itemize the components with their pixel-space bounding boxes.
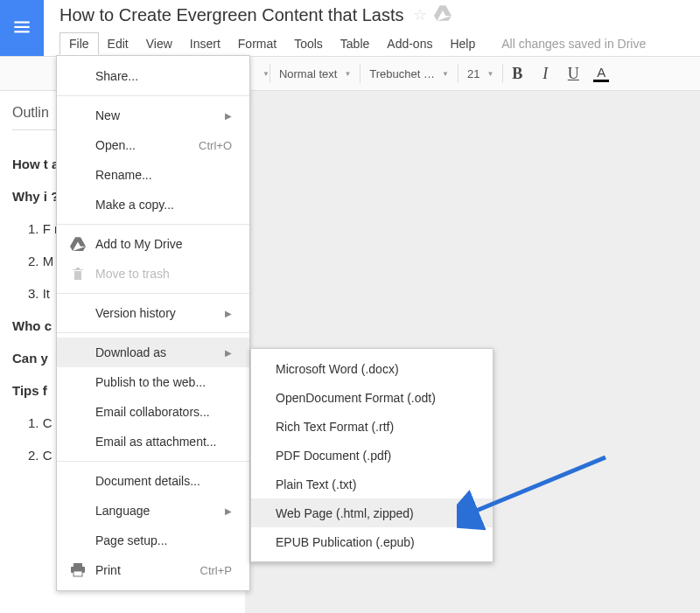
svg-rect-5 [74,571,82,576]
chevron-right-icon: ▶ [225,111,232,121]
menu-tools[interactable]: Tools [285,33,332,54]
submenu-docx[interactable]: Microsoft Word (.docx) [251,354,493,383]
menubar: File Edit View Insert Format Tools Table… [60,27,693,55]
menu-rename[interactable]: Rename... [57,160,249,190]
svg-rect-2 [14,31,29,32]
svg-rect-1 [14,26,29,28]
chevron-down-icon: ▼ [486,70,494,78]
drive-add-icon [69,237,87,251]
menu-file[interactable]: File [60,32,99,55]
menu-download-as[interactable]: Download as▶ [57,338,249,367]
font-size-select[interactable]: 21▼ [458,61,502,86]
chevron-right-icon: ▶ [225,506,232,516]
menu-view[interactable]: View [137,33,181,54]
submenu-odt[interactable]: OpenDocument Format (.odt) [251,383,493,412]
chevron-right-icon: ▶ [225,348,232,358]
svg-rect-3 [74,563,82,567]
paragraph-style-select[interactable]: Normal text▼ [270,61,360,86]
text-color-button[interactable]: A [587,61,615,86]
menu-version-history[interactable]: Version history▶ [57,298,249,328]
menu-addons[interactable]: Add-ons [378,33,441,54]
font-select[interactable]: Trebuchet …▼ [360,61,458,86]
menu-email-attachment[interactable]: Email as attachment... [57,427,249,456]
print-icon [69,563,87,577]
chevron-down-icon: ▼ [442,70,449,78]
download-submenu: Microsoft Word (.docx) OpenDocument Form… [250,348,494,562]
menu-new[interactable]: New▶ [57,101,249,130]
menu-language[interactable]: Language▶ [57,496,249,526]
chevron-down-icon: ▼ [344,70,351,78]
menu-make-copy[interactable]: Make a copy... [57,190,249,219]
save-status: All changes saved in Drive [501,37,646,51]
submenu-txt[interactable]: Plain Text (.txt) [251,470,493,498]
drive-icon[interactable] [434,5,452,25]
svg-rect-0 [14,21,29,23]
menu-publish[interactable]: Publish to the web... [57,367,249,397]
docs-icon [10,17,33,39]
menu-add-to-drive[interactable]: Add to My Drive [57,229,249,259]
trash-icon [69,267,87,281]
submenu-html[interactable]: Web Page (.html, zipped) [251,498,493,527]
submenu-pdf[interactable]: PDF Document (.pdf) [251,441,493,470]
file-menu: Share... New▶ Open...Ctrl+O Rename... Ma… [56,55,250,591]
underline-button[interactable]: U [559,61,587,86]
menu-edit[interactable]: Edit [99,33,137,54]
menu-email-collaborators[interactable]: Email collaborators... [57,397,249,427]
menu-print[interactable]: PrintCtrl+P [57,555,249,585]
menu-page-setup[interactable]: Page setup... [57,526,249,555]
bold-button[interactable]: B [503,61,531,86]
menu-insert[interactable]: Insert [181,33,229,54]
menu-document-details[interactable]: Document details... [57,466,249,496]
italic-button[interactable]: I [531,61,559,86]
menu-format[interactable]: Format [229,33,285,54]
document-title[interactable]: How to Create Evergreen Content that Las… [60,3,404,27]
submenu-rtf[interactable]: Rich Text Format (.rtf) [251,412,493,441]
chevron-right-icon: ▶ [225,309,232,318]
star-icon[interactable]: ☆ [413,5,427,25]
menu-help[interactable]: Help [441,33,484,54]
chevron-down-icon[interactable]: ▼ [262,70,270,78]
submenu-epub[interactable]: EPUB Publication (.epub) [251,527,493,556]
menu-move-to-trash: Move to trash [57,259,249,289]
menu-table[interactable]: Table [332,33,378,54]
menu-open[interactable]: Open...Ctrl+O [57,130,249,160]
app-header: How to Create Evergreen Content that Las… [0,0,700,56]
menu-share[interactable]: Share... [57,61,249,91]
docs-logo[interactable] [0,0,44,56]
